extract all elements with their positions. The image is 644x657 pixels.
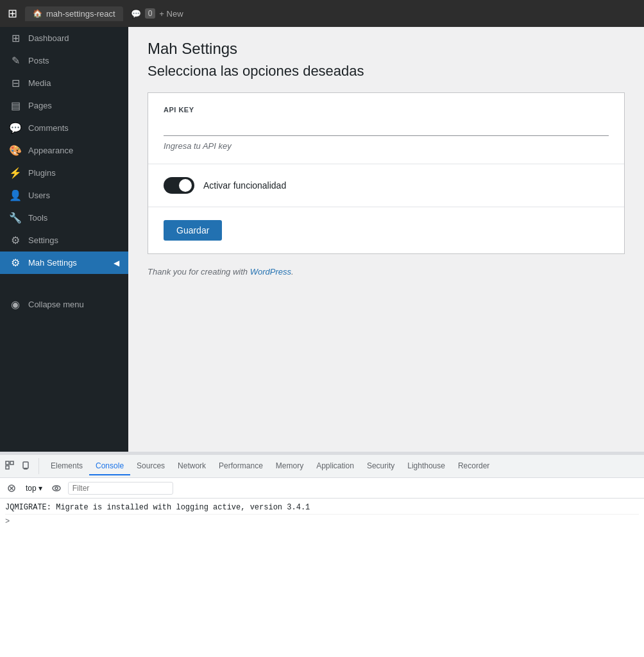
devtools-tab-network[interactable]: Network	[171, 457, 212, 475]
api-key-section: API KEY Ingresa tu API key	[148, 93, 624, 164]
tab-title: mah-settings-react	[46, 9, 115, 19]
sidebar-item-dashboard[interactable]: ⊞ Dashboard	[0, 27, 128, 49]
devtools-tab-recorder[interactable]: Recorder	[452, 457, 496, 475]
wp-layout: ⊞ Dashboard ✎ Posts ⊟ Media ▤ Pages 💬 Co…	[0, 27, 644, 452]
toggle-row: Activar funcionalidad	[164, 177, 609, 194]
sidebar-item-media[interactable]: ⊟ Media	[0, 72, 128, 94]
svg-rect-0	[6, 461, 9, 465]
posts-icon: ✎	[9, 55, 22, 67]
sidebar-label-posts: Posts	[28, 56, 49, 65]
devtools-panel: Elements Console Sources Network Perform…	[0, 452, 644, 657]
svg-point-9	[55, 487, 58, 490]
console-message: JQMIGRATE: Migrate is installed with log…	[5, 503, 310, 512]
settings-icon: ⚙	[9, 234, 22, 246]
page-subtitle: Selecciona las opciones deseadas	[148, 63, 625, 80]
sidebar-item-posts[interactable]: ✎ Posts	[0, 49, 128, 72]
save-button[interactable]: Guardar	[164, 220, 222, 241]
devtools-tab-memory[interactable]: Memory	[269, 457, 310, 475]
api-key-input[interactable]	[164, 120, 609, 136]
new-label[interactable]: + New	[159, 9, 183, 19]
devtools-console: JQMIGRATE: Migrate is installed with log…	[0, 499, 644, 657]
sidebar-label-tools: Tools	[28, 213, 47, 223]
sidebar-label-users: Users	[28, 191, 50, 200]
dashboard-icon: ⊞	[9, 32, 22, 44]
svg-rect-2	[10, 461, 13, 465]
sidebar-item-mah-settings[interactable]: ⚙ Mah Settings ◀	[0, 252, 128, 274]
toggle-section: Activar funcionalidad	[148, 164, 624, 207]
sidebar-item-users[interactable]: 👤 Users	[0, 184, 128, 207]
sidebar-label-pages: Pages	[28, 101, 52, 110]
save-section: Guardar	[148, 207, 624, 253]
wp-sidebar: ⊞ Dashboard ✎ Posts ⊟ Media ▤ Pages 💬 Co…	[0, 27, 128, 452]
toggle-label: Activar funcionalidad	[203, 180, 286, 191]
devtools-icon-buttons	[3, 458, 39, 474]
page-title: Mah Settings	[148, 40, 625, 58]
sidebar-label-media: Media	[28, 78, 51, 88]
context-selector[interactable]: top ▾	[23, 482, 45, 494]
filter-box	[68, 482, 173, 495]
context-dropdown-icon: ▾	[38, 484, 42, 493]
activate-toggle[interactable]	[164, 177, 194, 194]
sidebar-item-plugins[interactable]: ⚡ Plugins	[0, 162, 128, 184]
devtools-tab-security[interactable]: Security	[360, 457, 401, 475]
wp-footer: Thank you for creating with WordPress.	[148, 254, 625, 283]
footer-text-before: Thank you for creating with	[148, 267, 250, 277]
browser-tab[interactable]: 🏠 mah-settings-react	[25, 6, 123, 21]
sidebar-collapse-label: Collapse menu	[28, 300, 84, 309]
browser-tab-extras: 💬 0 + New	[131, 8, 183, 19]
device-toolbar-button[interactable]	[19, 458, 33, 474]
sidebar-collapse[interactable]: ◉ Collapse menu	[0, 293, 128, 316]
clear-console-button[interactable]	[5, 482, 18, 495]
comment-count: 0	[145, 8, 156, 19]
sidebar-item-pages[interactable]: ▤ Pages	[0, 94, 128, 117]
devtools-tab-performance[interactable]: Performance	[212, 457, 269, 475]
wordpress-logo: ⊞	[8, 6, 17, 21]
plugins-icon: ⚡	[9, 167, 22, 179]
api-key-label: API KEY	[164, 106, 609, 114]
sidebar-label-settings: Settings	[28, 235, 58, 245]
console-entry: JQMIGRATE: Migrate is installed with log…	[5, 501, 639, 515]
devtools-tab-application[interactable]: Application	[310, 457, 360, 475]
console-prompt-row: >	[5, 515, 639, 529]
users-icon: 👤	[9, 189, 22, 201]
footer-text-after: .	[291, 267, 294, 277]
devtools-tabs-bar: Elements Console Sources Network Perform…	[0, 455, 644, 478]
sidebar-label-dashboard: Dashboard	[28, 33, 69, 43]
devtools-tab-elements[interactable]: Elements	[44, 457, 89, 475]
eye-filter-button[interactable]	[50, 482, 63, 495]
settings-card: API KEY Ingresa tu API key Activar funci…	[148, 92, 625, 254]
devtools-tab-lighthouse[interactable]: Lighthouse	[401, 457, 452, 475]
svg-rect-3	[23, 462, 28, 468]
toggle-thumb	[179, 179, 192, 192]
api-key-hint: Ingresa tu API key	[164, 141, 609, 151]
sidebar-item-appearance[interactable]: 🎨 Appearance	[0, 139, 128, 162]
browser-chrome: ⊞ 🏠 mah-settings-react 💬 0 + New	[0, 0, 644, 27]
devtools-toolbar: top ▾	[0, 478, 644, 499]
sidebar-label-plugins: Plugins	[28, 168, 56, 178]
wordpress-link[interactable]: WordPress	[250, 267, 291, 277]
sidebar-label-appearance: Appearance	[28, 146, 73, 155]
home-icon: 🏠	[33, 9, 42, 18]
wp-main-content: Mah Settings Selecciona las opciones des…	[128, 27, 644, 452]
console-prompt[interactable]: >	[5, 516, 10, 527]
svg-point-8	[53, 486, 60, 491]
active-arrow: ◀	[114, 259, 119, 268]
sidebar-item-tools[interactable]: 🔧 Tools	[0, 207, 128, 229]
sidebar-label-mah-settings: Mah Settings	[28, 258, 77, 268]
sidebar-item-comments[interactable]: 💬 Comments	[0, 117, 128, 139]
collapse-icon: ◉	[9, 298, 22, 311]
media-icon: ⊟	[9, 77, 22, 89]
sidebar-label-comments: Comments	[28, 123, 69, 133]
svg-rect-1	[6, 466, 9, 469]
appearance-icon: 🎨	[9, 144, 22, 157]
pages-icon: ▤	[9, 99, 22, 112]
tools-icon: 🔧	[9, 212, 22, 224]
inspect-element-button[interactable]	[3, 458, 17, 474]
comments-icon: 💬	[9, 122, 22, 134]
comment-icon: 💬	[131, 9, 141, 19]
devtools-tab-console[interactable]: Console	[89, 457, 130, 475]
devtools-tab-sources[interactable]: Sources	[130, 457, 171, 475]
mah-settings-icon: ⚙	[9, 257, 22, 269]
sidebar-item-settings[interactable]: ⚙ Settings	[0, 229, 128, 252]
filter-input[interactable]	[72, 484, 169, 493]
